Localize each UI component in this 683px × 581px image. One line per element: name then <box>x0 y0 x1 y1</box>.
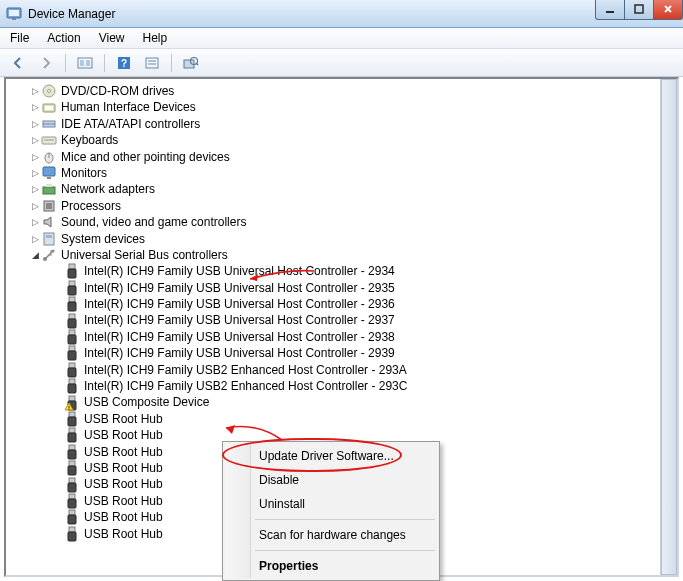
tree-item-usb-device[interactable]: Intel(R) ICH9 Family USB Universal Host … <box>10 296 677 312</box>
usb-icon <box>64 509 80 525</box>
tree-item-label: Intel(R) ICH9 Family USB2 Enhanced Host … <box>84 378 407 394</box>
tree-item-usb-device[interactable]: Intel(R) ICH9 Family USB Universal Host … <box>10 280 677 296</box>
tree-item-ide[interactable]: ▷IDE ATA/ATAPI controllers <box>10 116 677 132</box>
scan-hardware-button[interactable] <box>179 52 203 74</box>
tree-item-label: Intel(R) ICH9 Family USB Universal Host … <box>84 329 395 345</box>
usb-icon <box>64 493 80 509</box>
tree-item-kb[interactable]: ▷Keyboards <box>10 132 677 148</box>
svg-rect-43 <box>68 319 76 328</box>
tree-item-usb-device[interactable]: !USB Composite Device <box>10 394 677 410</box>
svg-rect-50 <box>69 379 75 384</box>
svg-rect-32 <box>44 233 54 245</box>
tree-item-label: USB Root Hub <box>84 460 163 476</box>
svg-rect-27 <box>47 177 51 179</box>
svg-text:!: ! <box>68 404 70 410</box>
menu-separator <box>255 550 435 551</box>
svg-rect-60 <box>68 450 76 459</box>
back-button[interactable] <box>6 52 30 74</box>
menu-item-update-driver-software[interactable]: Update Driver Software... <box>225 444 437 468</box>
svg-rect-58 <box>68 433 76 442</box>
menubar: File Action View Help <box>0 28 683 49</box>
svg-rect-3 <box>606 11 614 13</box>
usb-icon <box>64 362 80 378</box>
window-title: Device Manager <box>28 7 596 21</box>
svg-rect-41 <box>68 302 76 311</box>
tree-item-net[interactable]: ▷Network adapters <box>10 181 677 197</box>
expand-arrow-icon[interactable]: ▷ <box>30 116 41 132</box>
minimize-button[interactable] <box>595 0 625 20</box>
expand-arrow-icon[interactable]: ▷ <box>30 181 41 197</box>
tree-item-label: Intel(R) ICH9 Family USB Universal Host … <box>84 280 395 296</box>
expand-arrow-icon[interactable]: ▷ <box>30 165 41 181</box>
svg-rect-56 <box>68 417 76 426</box>
tree-item-label: USB Root Hub <box>84 526 163 542</box>
tree-item-usb-device[interactable]: Intel(R) ICH9 Family USB Universal Host … <box>10 345 677 361</box>
usb-icon <box>64 444 80 460</box>
close-button[interactable] <box>653 0 683 20</box>
hid-icon <box>41 100 57 116</box>
tree-item-cd[interactable]: ▷DVD/CD-ROM drives <box>10 83 677 99</box>
tree-item-label: Monitors <box>61 165 107 181</box>
vertical-scrollbar[interactable] <box>660 79 677 575</box>
sys-icon <box>41 231 57 247</box>
tree-item-usb-device[interactable]: USB Root Hub <box>10 411 677 427</box>
svg-rect-47 <box>68 351 76 360</box>
tree-item-usb-controllers[interactable]: ◢Universal Serial Bus controllers <box>10 247 677 263</box>
tree-item-usb-device[interactable]: Intel(R) ICH9 Family USB Universal Host … <box>10 312 677 328</box>
toolbar: ? <box>0 49 683 77</box>
tree-item-mouse[interactable]: ▷Mice and other pointing devices <box>10 149 677 165</box>
usb-warning-icon: ! <box>64 395 80 411</box>
svg-rect-69 <box>69 527 75 532</box>
svg-rect-57 <box>69 428 75 433</box>
help-button[interactable]: ? <box>112 52 136 74</box>
svg-rect-42 <box>69 314 75 319</box>
mouse-icon <box>41 149 57 165</box>
svg-line-15 <box>196 63 198 65</box>
menu-item-uninstall[interactable]: Uninstall <box>225 492 437 516</box>
usb-icon <box>64 313 80 329</box>
menu-item-disable[interactable]: Disable <box>225 468 437 492</box>
menu-item-scan-for-hardware-changes[interactable]: Scan for hardware changes <box>225 523 437 547</box>
collapse-arrow-icon[interactable]: ◢ <box>30 247 41 263</box>
tree-item-label: Intel(R) ICH9 Family USB Universal Host … <box>84 312 395 328</box>
svg-rect-68 <box>68 515 76 524</box>
scrollbar-thumb[interactable] <box>661 79 677 575</box>
app-icon <box>6 6 22 22</box>
expand-arrow-icon[interactable]: ▷ <box>30 99 41 115</box>
tree-item-usb-device[interactable]: Intel(R) ICH9 Family USB Universal Host … <box>10 329 677 345</box>
tree-item-cpu[interactable]: ▷Processors <box>10 198 677 214</box>
tree-item-sys[interactable]: ▷System devices <box>10 231 677 247</box>
tree-item-label: DVD/CD-ROM drives <box>61 83 174 99</box>
menu-file[interactable]: File <box>10 31 29 45</box>
menu-help[interactable]: Help <box>143 31 168 45</box>
tree-item-snd[interactable]: ▷Sound, video and game controllers <box>10 214 677 230</box>
expand-arrow-icon[interactable]: ▷ <box>30 231 41 247</box>
tree-item-hid[interactable]: ▷Human Interface Devices <box>10 99 677 115</box>
net-icon <box>41 182 57 198</box>
show-hidden-button[interactable] <box>73 52 97 74</box>
svg-rect-59 <box>69 445 75 450</box>
forward-button[interactable] <box>34 52 58 74</box>
tree-item-mon[interactable]: ▷Monitors <box>10 165 677 181</box>
expand-arrow-icon[interactable]: ▷ <box>30 83 41 99</box>
usb-icon <box>64 477 80 493</box>
menu-item-properties[interactable]: Properties <box>225 554 437 578</box>
tree-item-label: USB Root Hub <box>84 509 163 525</box>
svg-rect-49 <box>68 368 76 377</box>
menu-view[interactable]: View <box>99 31 125 45</box>
properties-button[interactable] <box>140 52 164 74</box>
maximize-button[interactable] <box>624 0 654 20</box>
usb-icon <box>64 526 80 542</box>
menu-action[interactable]: Action <box>47 31 80 45</box>
tree-item-usb-device[interactable]: Intel(R) ICH9 Family USB2 Enhanced Host … <box>10 378 677 394</box>
svg-rect-38 <box>69 281 75 286</box>
svg-rect-31 <box>46 203 52 209</box>
expand-arrow-icon[interactable]: ▷ <box>30 132 41 148</box>
tree-item-usb-device[interactable]: Intel(R) ICH9 Family USB2 Enhanced Host … <box>10 362 677 378</box>
expand-arrow-icon[interactable]: ▷ <box>30 149 41 165</box>
tree-item-usb-device[interactable]: Intel(R) ICH9 Family USB Universal Host … <box>10 263 677 279</box>
expand-arrow-icon[interactable]: ▷ <box>30 198 41 214</box>
expand-arrow-icon[interactable]: ▷ <box>30 214 41 230</box>
svg-rect-52 <box>69 396 75 401</box>
svg-rect-7 <box>86 60 90 66</box>
